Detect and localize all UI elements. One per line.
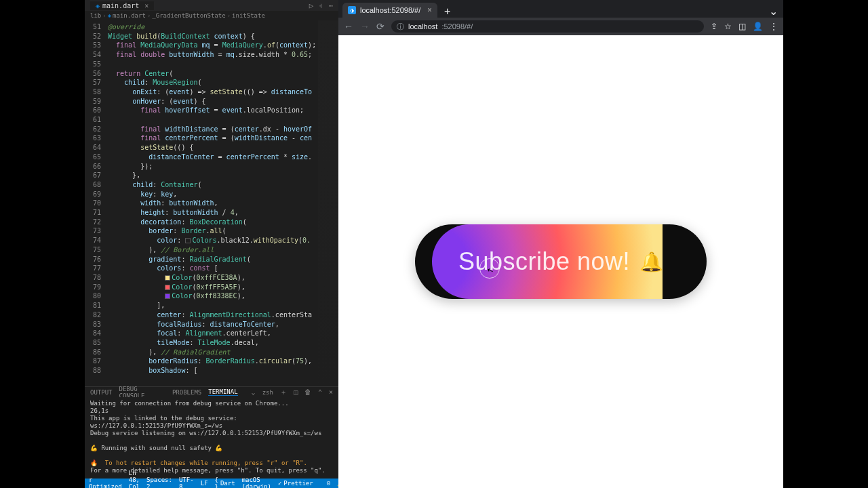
chrome-window: ⬗ localhost:52098/#/ × + ⌄ ← → ⟳ ⓘ local… — [338, 0, 783, 488]
breadcrumb-seg[interactable]: initState — [232, 12, 265, 19]
site-info-icon[interactable]: ⓘ — [397, 22, 404, 32]
breadcrumb[interactable]: lib› ◈main.dart› _GradientButtonState› i… — [85, 11, 338, 20]
breadcrumb-seg[interactable]: _GradientButtonState — [152, 12, 225, 19]
url-rest: :52098/#/ — [441, 22, 473, 30]
terminal-shell[interactable]: zsh — [262, 389, 273, 396]
browser-tab-title: localhost:52098/#/ — [360, 6, 420, 14]
new-tab-button[interactable]: + — [437, 5, 457, 18]
tab-output[interactable]: OUTPUT — [90, 389, 113, 396]
share-icon[interactable]: ⇪ — [711, 22, 717, 31]
split-terminal-icon[interactable]: ◫ — [294, 388, 298, 396]
minimap[interactable] — [318, 20, 338, 386]
page-content: Subscribe now! 🔔 ↖ — [338, 35, 783, 488]
more-icon[interactable]: ⋯ — [328, 1, 333, 10]
close-icon[interactable]: × — [427, 5, 432, 15]
back-button[interactable]: ← — [344, 21, 353, 32]
browser-tab[interactable]: ⬗ localhost:52098/#/ × — [342, 3, 437, 18]
extensions-icon[interactable]: ◫ — [738, 22, 746, 31]
run-icon[interactable]: ▷ — [309, 1, 314, 10]
new-terminal-icon[interactable]: ＋ — [280, 388, 287, 397]
tab-terminal[interactable]: TERMINAL — [208, 388, 237, 396]
status-cursor-pos[interactable]: Ln 48, Col 23 — [129, 470, 140, 488]
status-optimized[interactable]: r Optimized — [89, 476, 122, 488]
dart-file-icon: ◈ — [96, 2, 100, 9]
breadcrumb-seg[interactable]: main.dart — [113, 12, 146, 19]
status-eol[interactable]: LF — [201, 480, 208, 487]
editor-tab-bar: ◈ main.dart × ▷ ⫞ ⋯ — [85, 0, 338, 11]
tab-filename: main.dart — [102, 2, 139, 9]
bookmark-icon[interactable]: ☆ — [724, 22, 732, 31]
maximize-panel-icon[interactable]: ⌃ — [318, 388, 322, 396]
flutter-favicon-icon: ⬗ — [348, 6, 356, 14]
bell-icon: 🔔 — [639, 251, 663, 273]
profile-icon[interactable]: 👤 — [753, 22, 763, 31]
address-bar[interactable]: ⓘ localhost:52098/#/ — [391, 20, 704, 33]
file-tab-main-dart[interactable]: ◈ main.dart × — [90, 1, 154, 10]
status-indent[interactable]: Spaces: 2 — [146, 476, 172, 488]
terminal-output[interactable]: Waiting for connection from debug servic… — [85, 397, 338, 479]
trash-icon[interactable]: 🗑 — [304, 388, 311, 396]
menu-icon[interactable]: ⋮ — [770, 22, 778, 31]
browser-toolbar: ← → ⟳ ⓘ localhost:52098/#/ ⇪ ☆ ◫ 👤 ⋮ — [338, 18, 783, 35]
tab-problems[interactable]: PROBLEMS — [172, 389, 201, 396]
status-target[interactable]: macOS (darwin) — [242, 476, 271, 488]
status-language[interactable]: { } Dart — [214, 476, 235, 488]
breadcrumb-seg[interactable]: lib — [90, 12, 101, 19]
status-prettier[interactable]: ✓ Prettier — [278, 480, 313, 487]
close-icon[interactable]: × — [144, 2, 149, 9]
status-encoding[interactable]: UTF-8 — [179, 476, 194, 488]
status-bar: r Optimized Ln 48, Col 23 Spaces: 2 UTF-… — [85, 479, 338, 488]
vscode-editor: ◈ main.dart × ▷ ⫞ ⋯ lib› ◈main.dart› _Gr… — [85, 0, 338, 488]
terminal-dropdown-icon[interactable]: ⌄ — [252, 388, 256, 396]
url-host: localhost — [408, 22, 437, 30]
tabs-dropdown-icon[interactable]: ⌄ — [764, 5, 783, 18]
panel-tabs: OUTPUT DEBUG CONSOLE PROBLEMS TERMINAL ⌄… — [85, 386, 338, 397]
close-panel-icon[interactable]: × — [329, 388, 333, 396]
code-editor[interactable]: 5152535455565758596061626364656667686970… — [85, 20, 338, 386]
split-editor-icon[interactable]: ⫞ — [319, 1, 323, 10]
browser-tab-strip: ⬗ localhost:52098/#/ × + ⌄ — [338, 0, 783, 18]
reload-button[interactable]: ⟳ — [376, 21, 384, 32]
subscribe-button[interactable]: Subscribe now! 🔔 ↖ — [415, 224, 707, 299]
forward-button[interactable]: → — [360, 21, 370, 32]
status-feedback-icon[interactable]: ☺ — [327, 480, 330, 487]
